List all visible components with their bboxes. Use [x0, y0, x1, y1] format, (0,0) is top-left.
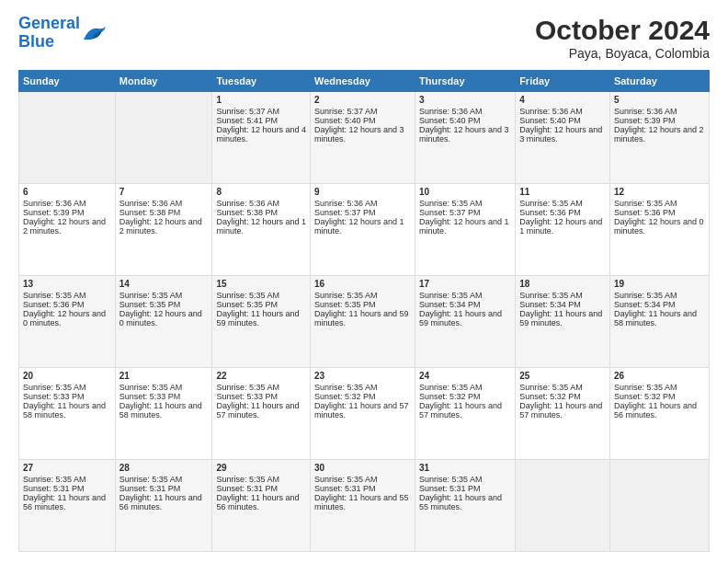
daylight-text: Daylight: 12 hours and 1 minute.: [419, 217, 509, 236]
day-number: 10: [419, 187, 511, 197]
col-wednesday: Wednesday: [311, 71, 415, 92]
calendar-cell: [609, 460, 709, 552]
sunrise-text: Sunrise: 5:37 AM: [314, 107, 378, 116]
col-thursday: Thursday: [415, 71, 516, 92]
daylight-text: Daylight: 12 hours and 2 minutes.: [119, 217, 202, 236]
sunrise-text: Sunrise: 5:35 AM: [216, 291, 279, 300]
sunset-text: Sunset: 5:32 PM: [614, 392, 676, 401]
day-number: 6: [23, 187, 111, 197]
sunset-text: Sunset: 5:31 PM: [419, 484, 481, 493]
calendar-cell: 20 Sunrise: 5:35 AM Sunset: 5:33 PM Dayl…: [19, 368, 116, 460]
calendar-week-row: 1 Sunrise: 5:37 AM Sunset: 5:41 PM Dayli…: [19, 92, 710, 184]
daylight-text: Daylight: 11 hours and 57 minutes.: [419, 401, 502, 419]
calendar-cell: [516, 460, 610, 552]
calendar-cell: 6 Sunrise: 5:36 AM Sunset: 5:39 PM Dayli…: [19, 184, 116, 276]
daylight-text: Daylight: 11 hours and 55 minutes.: [419, 493, 502, 511]
day-number: 28: [119, 463, 209, 473]
calendar-cell: 1 Sunrise: 5:37 AM Sunset: 5:41 PM Dayli…: [212, 92, 311, 184]
daylight-text: Daylight: 11 hours and 57 minutes.: [519, 401, 602, 419]
calendar-cell: 2 Sunrise: 5:37 AM Sunset: 5:40 PM Dayli…: [311, 92, 415, 184]
logo-blue: Blue: [18, 33, 80, 52]
daylight-text: Daylight: 11 hours and 59 minutes.: [314, 309, 409, 327]
logo-text: General: [18, 15, 80, 33]
day-number: 25: [519, 371, 606, 381]
calendar-week-row: 27 Sunrise: 5:35 AM Sunset: 5:31 PM Dayl…: [19, 460, 710, 552]
daylight-text: Daylight: 11 hours and 59 minutes.: [216, 309, 299, 327]
sunrise-text: Sunrise: 5:35 AM: [614, 199, 677, 208]
day-number: 24: [419, 371, 511, 381]
day-number: 21: [119, 371, 209, 381]
sunrise-text: Sunrise: 5:35 AM: [23, 291, 86, 300]
calendar-cell: 17 Sunrise: 5:35 AM Sunset: 5:34 PM Dayl…: [415, 276, 516, 368]
col-monday: Monday: [115, 71, 212, 92]
day-number: 27: [23, 463, 111, 473]
logo-bird-icon: [82, 23, 108, 43]
sunset-text: Sunset: 5:31 PM: [119, 484, 181, 493]
sunrise-text: Sunrise: 5:35 AM: [419, 291, 483, 300]
calendar-title: October 2024: [535, 15, 710, 46]
calendar-cell: 18 Sunrise: 5:35 AM Sunset: 5:34 PM Dayl…: [516, 276, 610, 368]
sunrise-text: Sunrise: 5:35 AM: [23, 383, 86, 392]
calendar-cell: 25 Sunrise: 5:35 AM Sunset: 5:32 PM Dayl…: [516, 368, 610, 460]
sunset-text: Sunset: 5:32 PM: [419, 392, 481, 401]
sunset-text: Sunset: 5:32 PM: [519, 392, 581, 401]
sunset-text: Sunset: 5:41 PM: [216, 116, 278, 125]
day-number: 1: [216, 95, 306, 105]
calendar-cell: 4 Sunrise: 5:36 AM Sunset: 5:40 PM Dayli…: [516, 92, 610, 184]
sunset-text: Sunset: 5:35 PM: [314, 300, 376, 309]
sunset-text: Sunset: 5:36 PM: [23, 300, 85, 309]
calendar-cell: 9 Sunrise: 5:36 AM Sunset: 5:37 PM Dayli…: [311, 184, 415, 276]
logo-blue-text: Blue: [18, 32, 54, 51]
day-number: 19: [614, 279, 705, 289]
sunrise-text: Sunrise: 5:35 AM: [23, 475, 86, 484]
day-number: 7: [119, 187, 209, 197]
header-row: Sunday Monday Tuesday Wednesday Thursday…: [19, 71, 710, 92]
calendar-cell: 27 Sunrise: 5:35 AM Sunset: 5:31 PM Dayl…: [19, 460, 116, 552]
day-number: 13: [23, 279, 111, 289]
sunset-text: Sunset: 5:39 PM: [614, 116, 676, 125]
calendar-cell: 19 Sunrise: 5:35 AM Sunset: 5:34 PM Dayl…: [609, 276, 709, 368]
sunrise-text: Sunrise: 5:35 AM: [419, 383, 483, 392]
sunrise-text: Sunrise: 5:36 AM: [419, 107, 483, 116]
calendar-cell: 12 Sunrise: 5:35 AM Sunset: 5:36 PM Dayl…: [609, 184, 709, 276]
daylight-text: Daylight: 11 hours and 58 minutes.: [23, 401, 106, 419]
calendar-cell: 26 Sunrise: 5:35 AM Sunset: 5:32 PM Dayl…: [609, 368, 709, 460]
sunrise-text: Sunrise: 5:35 AM: [119, 291, 183, 300]
day-number: 30: [314, 463, 411, 473]
page: General Blue October 2024 Paya, Boyaca, …: [0, 0, 728, 563]
daylight-text: Daylight: 12 hours and 3 minutes.: [419, 125, 509, 144]
daylight-text: Daylight: 11 hours and 56 minutes.: [216, 493, 299, 511]
daylight-text: Daylight: 12 hours and 0 minutes.: [119, 309, 202, 327]
sunrise-text: Sunrise: 5:36 AM: [314, 199, 378, 208]
sunset-text: Sunset: 5:35 PM: [216, 300, 278, 309]
calendar-cell: 31 Sunrise: 5:35 AM Sunset: 5:31 PM Dayl…: [415, 460, 516, 552]
sunrise-text: Sunrise: 5:35 AM: [216, 475, 279, 484]
calendar-cell: 13 Sunrise: 5:35 AM Sunset: 5:36 PM Dayl…: [19, 276, 116, 368]
day-number: 29: [216, 463, 306, 473]
day-number: 15: [216, 279, 306, 289]
calendar-cell: 7 Sunrise: 5:36 AM Sunset: 5:38 PM Dayli…: [115, 184, 212, 276]
sunset-text: Sunset: 5:36 PM: [519, 208, 581, 217]
sunrise-text: Sunrise: 5:35 AM: [519, 291, 583, 300]
calendar-table: Sunday Monday Tuesday Wednesday Thursday…: [18, 70, 710, 552]
day-number: 31: [419, 463, 511, 473]
sunset-text: Sunset: 5:36 PM: [614, 208, 676, 217]
daylight-text: Daylight: 11 hours and 58 minutes.: [119, 401, 202, 419]
sunset-text: Sunset: 5:40 PM: [314, 116, 376, 125]
day-number: 14: [119, 279, 209, 289]
day-number: 20: [23, 371, 111, 381]
calendar-cell: [19, 92, 116, 184]
sunrise-text: Sunrise: 5:36 AM: [119, 199, 183, 208]
sunrise-text: Sunrise: 5:35 AM: [419, 475, 483, 484]
calendar-cell: 10 Sunrise: 5:35 AM Sunset: 5:37 PM Dayl…: [415, 184, 516, 276]
col-sunday: Sunday: [19, 71, 116, 92]
sunset-text: Sunset: 5:32 PM: [314, 392, 376, 401]
sunset-text: Sunset: 5:34 PM: [419, 300, 481, 309]
daylight-text: Daylight: 11 hours and 57 minutes.: [314, 401, 409, 419]
sunset-text: Sunset: 5:33 PM: [23, 392, 85, 401]
sunset-text: Sunset: 5:34 PM: [614, 300, 676, 309]
sunrise-text: Sunrise: 5:37 AM: [216, 107, 279, 116]
day-number: 18: [519, 279, 606, 289]
daylight-text: Daylight: 12 hours and 3 minutes.: [519, 125, 602, 144]
logo-general: General: [18, 14, 80, 32]
